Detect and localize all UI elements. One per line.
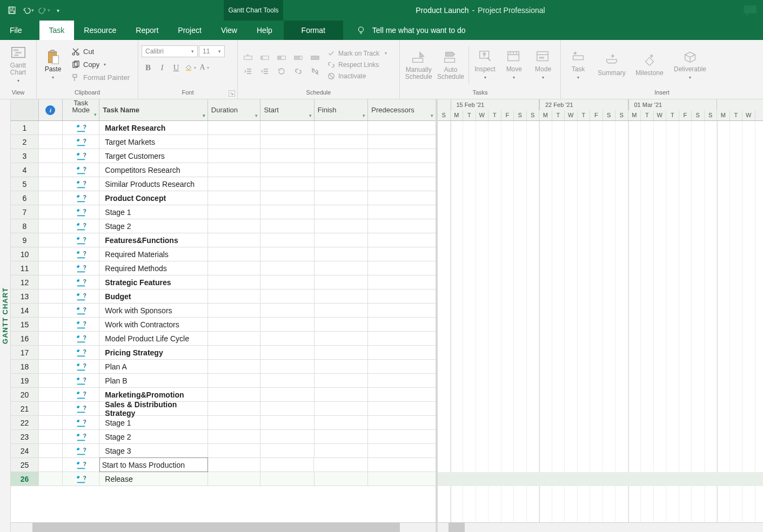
- table-row[interactable]: 24Stage 3: [11, 444, 436, 458]
- table-row[interactable]: 11Required Methods: [11, 261, 436, 275]
- pct-0-button[interactable]: 0×: [241, 52, 255, 64]
- cell-task-mode[interactable]: [63, 163, 99, 177]
- cell-finish[interactable]: [314, 135, 368, 149]
- pct-100-button[interactable]: [308, 52, 322, 64]
- cell-finish[interactable]: [314, 177, 368, 191]
- indent-button[interactable]: [258, 65, 272, 77]
- cell-indicators[interactable]: [39, 444, 63, 457]
- row-number[interactable]: 10: [11, 247, 39, 261]
- col-predecessors[interactable]: Predecessors▾: [368, 99, 436, 120]
- row-number[interactable]: 19: [11, 374, 39, 387]
- cell-indicators[interactable]: [39, 121, 63, 134]
- cell-task-mode[interactable]: [63, 374, 99, 387]
- grid-body[interactable]: 1Market Research2Target Markets3Target C…: [11, 121, 436, 522]
- cell-finish[interactable]: [314, 149, 368, 163]
- table-row[interactable]: 5Similar Products Research: [11, 177, 436, 191]
- table-row[interactable]: 8Stage 2: [11, 219, 436, 233]
- fill-color-button[interactable]: [184, 62, 197, 73]
- cell-predecessors[interactable]: [368, 360, 436, 373]
- cell-duration[interactable]: [208, 205, 261, 219]
- cell-predecessors[interactable]: [368, 135, 436, 149]
- cell-predecessors[interactable]: [368, 121, 436, 134]
- cell-start[interactable]: [260, 275, 314, 289]
- cell-start[interactable]: [260, 458, 314, 472]
- cell-duration[interactable]: [208, 304, 261, 317]
- font-dialog-launcher[interactable]: ↘: [229, 90, 235, 97]
- cell-task-name[interactable]: Plan A: [99, 360, 208, 373]
- cell-start[interactable]: [260, 332, 314, 345]
- row-number[interactable]: 1: [11, 121, 39, 134]
- tab-format[interactable]: Format: [284, 21, 343, 40]
- cell-finish[interactable]: [314, 304, 368, 317]
- cell-predecessors[interactable]: [368, 205, 436, 219]
- cell-task-name[interactable]: Target Customers: [99, 149, 208, 163]
- cell-task-name[interactable]: Sales & Distribution Strategy: [99, 402, 208, 415]
- col-task-name[interactable]: Task Name▾: [99, 99, 208, 120]
- cell-task-mode[interactable]: [63, 388, 99, 401]
- insert-task-button[interactable]: Task▾: [564, 43, 592, 86]
- cell-start[interactable]: [260, 472, 314, 486]
- cell-duration[interactable]: [208, 163, 261, 177]
- table-row[interactable]: 21Sales & Distribution Strategy: [11, 402, 436, 416]
- cell-indicators[interactable]: [39, 332, 63, 345]
- cell-predecessors[interactable]: [368, 219, 436, 233]
- cell-predecessors[interactable]: [368, 332, 436, 345]
- copy-button[interactable]: Copy▾: [69, 59, 132, 71]
- row-number[interactable]: 15: [11, 318, 39, 331]
- cell-start[interactable]: [260, 233, 314, 247]
- cell-finish[interactable]: [314, 289, 368, 303]
- cell-finish[interactable]: [314, 430, 368, 443]
- table-row[interactable]: 3Target Customers: [11, 149, 436, 163]
- cell-task-mode[interactable]: [63, 444, 99, 457]
- row-number[interactable]: 14: [11, 304, 39, 317]
- cell-task-mode[interactable]: [63, 149, 99, 163]
- table-row[interactable]: 16Model Product Life Cycle: [11, 332, 436, 346]
- cell-indicators[interactable]: [39, 149, 63, 163]
- cell-duration[interactable]: [208, 444, 261, 457]
- grid-horizontal-scrollbar[interactable]: [11, 522, 436, 532]
- cell-start[interactable]: [260, 121, 314, 134]
- table-row[interactable]: 19Plan B: [11, 374, 436, 388]
- cell-predecessors[interactable]: [368, 430, 436, 443]
- cell-predecessors[interactable]: [368, 402, 436, 415]
- cell-task-name[interactable]: Features&Functions: [99, 233, 208, 247]
- table-row[interactable]: 17Pricing Strategy: [11, 346, 436, 360]
- cell-duration[interactable]: [208, 149, 261, 163]
- cell-predecessors[interactable]: [368, 444, 436, 457]
- cell-task-name[interactable]: Product Concept: [99, 191, 208, 205]
- table-row[interactable]: 26Release: [11, 472, 436, 486]
- save-icon[interactable]: [4, 3, 19, 18]
- cell-duration[interactable]: [208, 346, 261, 359]
- cell-indicators[interactable]: [39, 163, 63, 177]
- cell-predecessors[interactable]: [368, 177, 436, 191]
- font-name-combo[interactable]: Calibri▾: [142, 45, 198, 57]
- cell-indicators[interactable]: [39, 135, 63, 149]
- cell-duration[interactable]: [208, 219, 261, 233]
- cell-predecessors[interactable]: [368, 149, 436, 163]
- cell-finish[interactable]: [314, 275, 368, 289]
- cell-duration[interactable]: [208, 402, 261, 415]
- cell-indicators[interactable]: [39, 275, 63, 289]
- table-row[interactable]: 2Target Markets: [11, 135, 436, 149]
- cell-predecessors[interactable]: [368, 472, 436, 486]
- insert-summary-button[interactable]: Summary: [593, 43, 630, 86]
- tab-project[interactable]: Project: [168, 21, 211, 40]
- cell-task-name[interactable]: Stage 1: [99, 205, 208, 219]
- cell-indicators[interactable]: [39, 402, 63, 415]
- cell-predecessors[interactable]: [368, 374, 436, 387]
- cell-duration[interactable]: [208, 388, 261, 401]
- table-row[interactable]: 9Features&Functions: [11, 233, 436, 247]
- row-number[interactable]: 16: [11, 332, 39, 345]
- insert-deliverable-button[interactable]: Deliverable▾: [669, 43, 711, 86]
- mode-button[interactable]: Mode▾: [529, 43, 557, 86]
- row-number[interactable]: 5: [11, 177, 39, 191]
- cell-task-mode[interactable]: [63, 458, 100, 472]
- mark-on-track-button[interactable]: Mark on Track▾: [327, 48, 387, 59]
- cut-button[interactable]: Cut: [69, 46, 132, 58]
- row-number[interactable]: 21: [11, 402, 39, 415]
- cell-duration[interactable]: [208, 233, 261, 247]
- cell-task-name[interactable]: Plan B: [99, 374, 208, 387]
- underline-button[interactable]: U: [170, 62, 183, 73]
- cell-task-mode[interactable]: [63, 318, 99, 331]
- cell-start[interactable]: [260, 261, 314, 275]
